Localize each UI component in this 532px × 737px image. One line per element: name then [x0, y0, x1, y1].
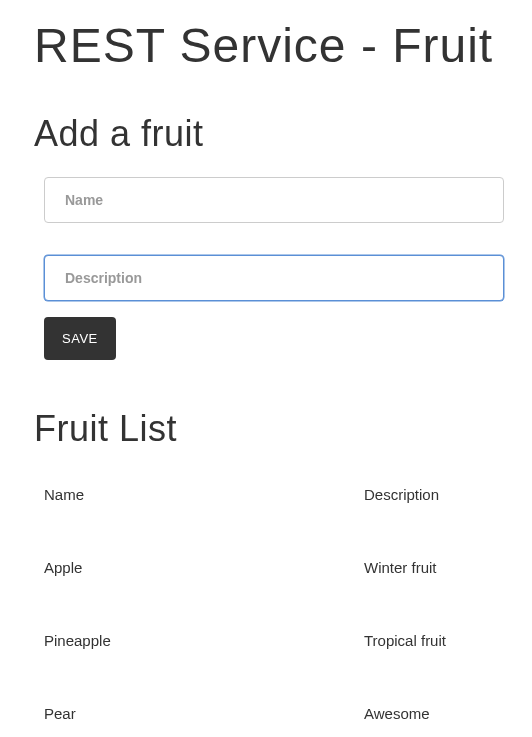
table-row: Apple Winter fruit [44, 543, 504, 592]
cell-name: Apple [44, 559, 364, 576]
page-title: REST Service - Fruit [34, 18, 532, 73]
cell-name: Pear [44, 705, 364, 722]
table-row: Pear Awesome [44, 689, 504, 737]
fruit-table: Name Description Apple Winter fruit Pine… [44, 470, 504, 737]
fruit-list-heading: Fruit List [34, 408, 532, 450]
table-row: Pineapple Tropical fruit [44, 616, 504, 665]
save-button[interactable]: SAVE [44, 317, 116, 360]
cell-name: Pineapple [44, 632, 364, 649]
header-name: Name [44, 486, 364, 503]
table-header-row: Name Description [44, 470, 504, 519]
add-fruit-form: SAVE [44, 177, 504, 360]
add-fruit-heading: Add a fruit [34, 113, 532, 155]
header-description: Description [364, 486, 504, 503]
cell-description: Tropical fruit [364, 632, 504, 649]
description-input[interactable] [44, 255, 504, 301]
name-input[interactable] [44, 177, 504, 223]
cell-description: Winter fruit [364, 559, 504, 576]
cell-description: Awesome [364, 705, 504, 722]
